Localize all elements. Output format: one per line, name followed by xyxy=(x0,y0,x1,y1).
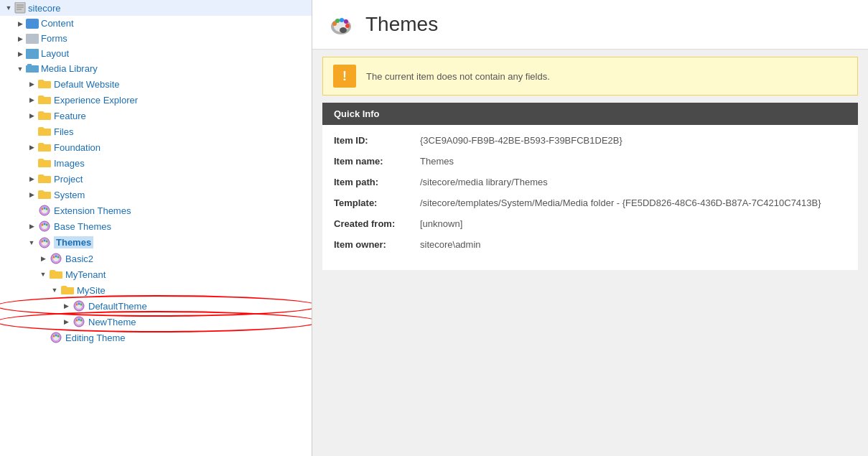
arrow-expanded[interactable]: ▼ xyxy=(26,239,37,246)
tree-icon-mysite xyxy=(60,284,75,296)
svg-point-10 xyxy=(46,208,48,210)
tree-item-mytenant[interactable]: ▼ MyTenant xyxy=(0,266,312,282)
svg-rect-5 xyxy=(27,64,32,66)
tree-item-newtheme[interactable]: ▶ NewTheme xyxy=(0,314,312,330)
info-row-5: Item owner: sitecore\admin xyxy=(334,239,846,250)
info-label-3: Template: xyxy=(334,197,420,208)
tree-icon-defaulttheme xyxy=(72,300,86,312)
tree-label-feature: Feature xyxy=(54,111,86,121)
page-header: Themes xyxy=(312,0,868,50)
tree-label-base-themes: Base Themes xyxy=(54,221,111,232)
tree-item-defaulttheme[interactable]: ▶ DefaultTheme xyxy=(0,298,312,314)
info-row-0: Item ID: {3CE9A090-FB9B-42BE-B593-F39BFC… xyxy=(334,135,846,146)
tree-item-experience-explorer[interactable]: ▶ Experience Explorer xyxy=(0,92,312,108)
tree-icon-experience-explorer xyxy=(37,94,52,106)
tree-item-foundation[interactable]: ▶ Foundation xyxy=(0,139,312,155)
svg-point-15 xyxy=(46,224,48,226)
content-panel: Themes ! The current item does not conta… xyxy=(312,0,868,456)
tree-item-files[interactable]: Files xyxy=(0,124,312,139)
info-value-4: [unknown] xyxy=(420,218,846,229)
tree-label-editing-theme: Editing Theme xyxy=(65,332,126,343)
svg-point-30 xyxy=(80,304,83,306)
info-value-2: /sitecore/media library/Themes xyxy=(420,177,846,187)
arrow-expanded[interactable]: ▼ xyxy=(49,287,60,294)
arrow-collapsed[interactable]: ▶ xyxy=(37,255,49,262)
arrow-collapsed[interactable]: ▶ xyxy=(26,191,37,198)
tree-icon-feature xyxy=(37,110,52,121)
tree-icon-default-website xyxy=(37,78,52,90)
arrow-collapsed[interactable]: ▶ xyxy=(26,175,37,182)
arrow-expanded[interactable]: ▼ xyxy=(37,271,49,278)
arrow-collapsed[interactable]: ▶ xyxy=(26,80,37,88)
tree-icon-images xyxy=(37,157,52,169)
arrow-collapsed[interactable]: ▶ xyxy=(14,50,26,57)
tree-panel[interactable]: ▼ sitecore ▶ Content ▶ Forms ▶ Layout ▼ … xyxy=(0,0,312,456)
tree-item-system[interactable]: ▶ System xyxy=(0,187,312,203)
svg-point-23 xyxy=(53,256,55,259)
arrow-collapsed[interactable]: ▶ xyxy=(60,302,72,310)
info-label-2: Item path: xyxy=(334,177,420,187)
themes-header-icon xyxy=(327,10,355,39)
arrow-collapsed[interactable]: ▶ xyxy=(26,112,37,119)
svg-point-47 xyxy=(345,24,350,28)
tree-item-content[interactable]: ▶ Content xyxy=(0,16,312,31)
tree-label-basic2: Basic2 xyxy=(65,253,93,264)
info-row-2: Item path: /sitecore/media library/Theme… xyxy=(334,177,846,187)
tree-item-base-themes[interactable]: ▶ Base Themes xyxy=(0,218,312,234)
svg-point-20 xyxy=(46,240,48,242)
page-title: Themes xyxy=(365,13,438,36)
svg-point-44 xyxy=(335,19,340,23)
arrow-collapsed[interactable]: ▶ xyxy=(26,144,37,151)
info-row-3: Template: /sitecore/templates/System/Med… xyxy=(334,197,846,208)
tree-item-project[interactable]: ▶ Project xyxy=(0,171,312,187)
arrow-expanded[interactable]: ▼ xyxy=(3,4,14,11)
tree-icon-mytenant xyxy=(49,269,63,280)
svg-point-34 xyxy=(78,319,80,321)
tree-item-feature[interactable]: ▶ Feature xyxy=(0,108,312,124)
tree-item-images[interactable]: Images xyxy=(0,155,312,171)
tree-icon-newtheme xyxy=(72,316,86,327)
tree-label-default-website: Default Website xyxy=(54,79,120,90)
tree-item-forms[interactable]: ▶ Forms xyxy=(0,31,312,46)
arrow-expanded[interactable]: ▼ xyxy=(14,65,26,73)
warning-text: The current item does not contain any fi… xyxy=(366,71,550,82)
arrow-collapsed[interactable]: ▶ xyxy=(26,96,37,103)
tree-item-mysite[interactable]: ▼ MySite xyxy=(0,282,312,298)
svg-point-33 xyxy=(76,320,78,322)
info-value-5: sitecore\admin xyxy=(420,239,846,250)
svg-point-45 xyxy=(340,18,344,22)
tree-item-sitecore[interactable]: ▼ sitecore xyxy=(0,0,312,16)
tree-item-extension-themes[interactable]: Extension Themes xyxy=(0,203,312,218)
arrow-collapsed[interactable]: ▶ xyxy=(14,35,26,42)
svg-point-8 xyxy=(42,208,44,210)
warning-icon: ! xyxy=(333,65,356,88)
info-row-4: Created from: [unknown] xyxy=(334,218,846,229)
svg-point-18 xyxy=(42,240,44,242)
tree-icon-media-library xyxy=(26,64,39,74)
tree-item-themes[interactable]: ▼ Themes xyxy=(0,234,312,251)
arrow-collapsed[interactable]: ▶ xyxy=(14,20,26,27)
svg-point-14 xyxy=(44,223,46,225)
svg-point-25 xyxy=(57,256,60,259)
tree-icon-base-themes xyxy=(37,220,52,232)
warning-banner: ! The current item does not contain any … xyxy=(322,57,858,96)
tree-item-default-website[interactable]: ▶ Default Website xyxy=(0,76,312,92)
tree-item-media-library[interactable]: ▼ Media Library xyxy=(0,61,312,76)
tree-item-editing-theme[interactable]: Editing Theme xyxy=(0,330,312,345)
tree-label-system: System xyxy=(54,190,85,200)
arrow-collapsed[interactable]: ▶ xyxy=(60,318,72,325)
svg-point-28 xyxy=(76,304,78,306)
tree-label-layout: Layout xyxy=(41,48,69,59)
tree-label-mytenant: MyTenant xyxy=(65,269,106,280)
svg-point-40 xyxy=(57,335,60,338)
svg-point-29 xyxy=(78,303,80,305)
arrow-collapsed[interactable]: ▶ xyxy=(26,223,37,230)
tree-item-layout[interactable]: ▶ Layout xyxy=(0,46,312,61)
tree-item-basic2[interactable]: ▶ Basic2 xyxy=(0,251,312,266)
tree-label-defaulttheme: DefaultTheme xyxy=(88,301,147,312)
svg-point-39 xyxy=(55,335,57,337)
info-label-0: Item ID: xyxy=(334,135,420,146)
info-value-1: Themes xyxy=(420,156,846,167)
tree-icon-project xyxy=(37,173,52,185)
tree-icon-system xyxy=(37,189,52,200)
